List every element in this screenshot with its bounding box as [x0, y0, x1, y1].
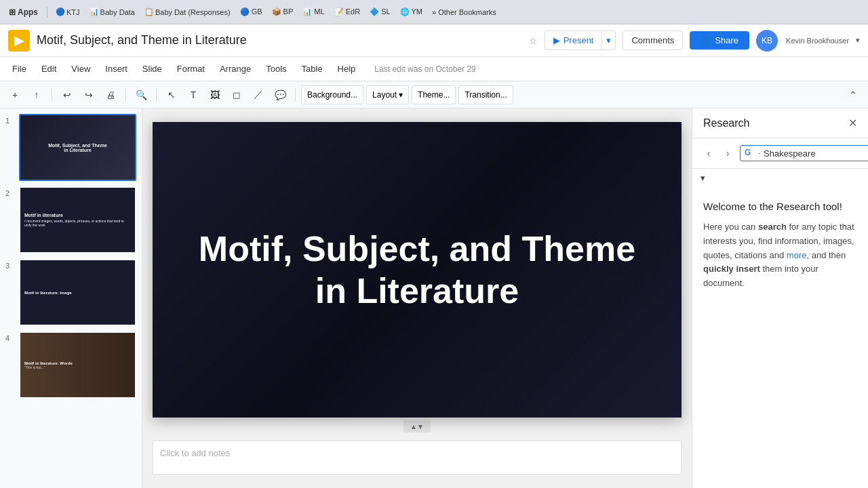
- menu-view[interactable]: View: [64, 61, 97, 77]
- theme-label: Theme...: [418, 90, 450, 100]
- slide-canvas[interactable]: Motif, Subject, and Theme in Literature: [153, 122, 682, 418]
- slide-thumbnail-2[interactable]: 2 Motif in literature • recurrent images…: [5, 186, 136, 253]
- line-button[interactable]: ／: [249, 85, 268, 104]
- menu-file[interactable]: File: [5, 61, 33, 77]
- bookmark-sl[interactable]: 🔷 SL: [367, 6, 393, 18]
- menu-help[interactable]: Help: [331, 61, 363, 77]
- comment-button[interactable]: 💬: [271, 85, 290, 104]
- filter-label: ▾: [701, 173, 705, 183]
- slide-thumb-content-2: Motif in literature • recurrent images, …: [20, 188, 135, 252]
- bookmark-edr[interactable]: 📝 EdR: [332, 6, 363, 18]
- research-filter: ▾: [692, 169, 868, 187]
- print-button[interactable]: 🖨: [101, 85, 120, 104]
- user-name[interactable]: Kevin Brookhouser: [786, 37, 849, 45]
- menu-table[interactable]: Table: [295, 61, 330, 77]
- research-close-button[interactable]: ✕: [848, 117, 857, 129]
- welcome-link-more[interactable]: more: [787, 250, 807, 260]
- research-forward-button[interactable]: ›: [719, 145, 736, 161]
- slide-thumbnail-3[interactable]: 3 Motif in literature: Image: [5, 259, 136, 326]
- notes-placeholder: Click to add notes: [160, 448, 230, 458]
- menu-slide[interactable]: Slide: [136, 61, 169, 77]
- research-search-bar: ‹ › G -: [692, 138, 868, 169]
- notes-collapse-button[interactable]: ▲▼: [403, 420, 431, 432]
- slide-thumbnail-4[interactable]: 4 Motif in literature: Words "This is bu…: [5, 331, 136, 399]
- apps-label: Apps: [18, 7, 38, 17]
- menu-edit[interactable]: Edit: [35, 61, 63, 77]
- welcome-title: Welcome to the Research tool!: [703, 201, 857, 212]
- comments-button[interactable]: Comments: [623, 30, 683, 50]
- bookmark-ml[interactable]: 📊 ML: [300, 6, 327, 18]
- google-g-icon: G: [745, 148, 755, 159]
- slide-num-2: 2: [5, 189, 15, 197]
- apps-grid-icon: ⊞: [9, 7, 16, 17]
- separator-1: [52, 88, 52, 102]
- slide-thumb-img-4[interactable]: Motif in literature: Words "This is but.…: [19, 331, 136, 399]
- shape-button[interactable]: ◻: [227, 85, 246, 104]
- research-input-wrap: G -: [740, 145, 868, 161]
- share-label: Share: [715, 35, 738, 45]
- share-button[interactable]: 👤 Share: [690, 31, 749, 49]
- welcome-bold-search: search: [758, 222, 787, 232]
- bookmark-bp[interactable]: 📦 BP: [269, 6, 296, 18]
- doc-title[interactable]: Motif, Subject, and Theme in Literature: [37, 33, 518, 47]
- research-title: Research: [703, 117, 749, 129]
- filter-dropdown[interactable]: ▾: [701, 173, 705, 183]
- slide-thumbnail-1[interactable]: 1 Motif, Subject, and Themein Literature: [5, 114, 136, 181]
- bookmark-baby-data[interactable]: 📊Baby Data: [87, 6, 138, 18]
- collapse-panel-button[interactable]: ⌃: [844, 85, 863, 104]
- menu-insert[interactable]: Insert: [98, 61, 134, 77]
- present-button-group: ▶ Present ▾: [545, 30, 616, 50]
- user-avatar[interactable]: KB: [756, 30, 778, 52]
- menu-tools[interactable]: Tools: [259, 61, 293, 77]
- zoom-button[interactable]: 🔍: [132, 85, 151, 104]
- separator-4: [295, 88, 296, 102]
- background-dropdown[interactable]: Background...: [301, 85, 363, 104]
- present-dropdown-arrow[interactable]: ▾: [601, 31, 615, 49]
- welcome-body-3: , and then: [806, 250, 846, 260]
- undo-button[interactable]: ↩: [58, 85, 77, 104]
- research-back-button[interactable]: ‹: [701, 145, 717, 161]
- research-dash: -: [758, 148, 761, 158]
- main-area: 1 Motif, Subject, and Themein Literature…: [0, 108, 868, 488]
- present-label: Present: [564, 35, 594, 45]
- welcome-text: Here you can search for any topic that i…: [703, 220, 857, 291]
- star-icon[interactable]: ☆: [529, 35, 538, 46]
- slide-num-3: 3: [5, 262, 15, 270]
- present-main-button[interactable]: ▶ Present: [545, 31, 602, 49]
- textbox-button[interactable]: T: [184, 85, 203, 104]
- image-button[interactable]: 🖼: [205, 85, 224, 104]
- transition-dropdown[interactable]: Transition...: [458, 85, 513, 104]
- more-bookmarks[interactable]: » Other Bookmarks: [432, 8, 496, 16]
- bookmark-gb[interactable]: 🔵 GB: [237, 6, 265, 18]
- redo-button[interactable]: ↪: [79, 85, 98, 104]
- transition-label: Transition...: [465, 90, 507, 100]
- apps-button[interactable]: ⊞ Apps: [5, 6, 41, 18]
- share-icon: 👤: [701, 35, 711, 45]
- app-topbar: ▶ Motif, Subject, and Theme in Literatur…: [0, 24, 868, 57]
- canvas-area[interactable]: Motif, Subject, and Theme in Literature …: [142, 108, 692, 488]
- user-dropdown-arrow[interactable]: ▾: [856, 36, 860, 45]
- slide-title: Motif, Subject, and Theme in Literature: [172, 228, 663, 312]
- research-body: Welcome to the Research tool! Here you c…: [692, 187, 868, 488]
- theme-dropdown[interactable]: Theme...: [412, 85, 456, 104]
- browser-bar: ⊞ Apps 🔵KTJ 📊Baby Data 📋Baby Dat (Respon…: [0, 0, 868, 24]
- separator-2: [125, 88, 126, 102]
- separator-3: [156, 88, 157, 102]
- bookmark-ktj[interactable]: 🔵KTJ: [53, 6, 83, 18]
- cursor-button[interactable]: ↖: [162, 85, 181, 104]
- move-up-button[interactable]: ↑: [27, 85, 46, 104]
- layout-dropdown[interactable]: Layout ▾: [366, 85, 409, 104]
- notes-area[interactable]: Click to add notes: [153, 441, 682, 474]
- welcome-bold-insert: quickly insert: [703, 264, 760, 274]
- menu-format[interactable]: Format: [170, 61, 212, 77]
- bookmark-ym[interactable]: 🌐 YM: [397, 6, 425, 18]
- slide-thumb-content-3: Motif in literature: Image: [20, 260, 135, 325]
- slide-thumb-img-3[interactable]: Motif in literature: Image: [19, 259, 136, 326]
- welcome-body-1: Here you can: [703, 222, 758, 232]
- menu-arrange[interactable]: Arrange: [213, 61, 258, 77]
- bookmark-baby-dat-responses[interactable]: 📋Baby Dat (Responses): [142, 6, 233, 18]
- slide-thumb-img-2[interactable]: Motif in literature • recurrent images, …: [19, 186, 136, 253]
- add-slide-button[interactable]: +: [5, 85, 24, 104]
- slide-thumb-img-1[interactable]: Motif, Subject, and Themein Literature: [19, 114, 136, 181]
- research-search-input[interactable]: [764, 148, 868, 159]
